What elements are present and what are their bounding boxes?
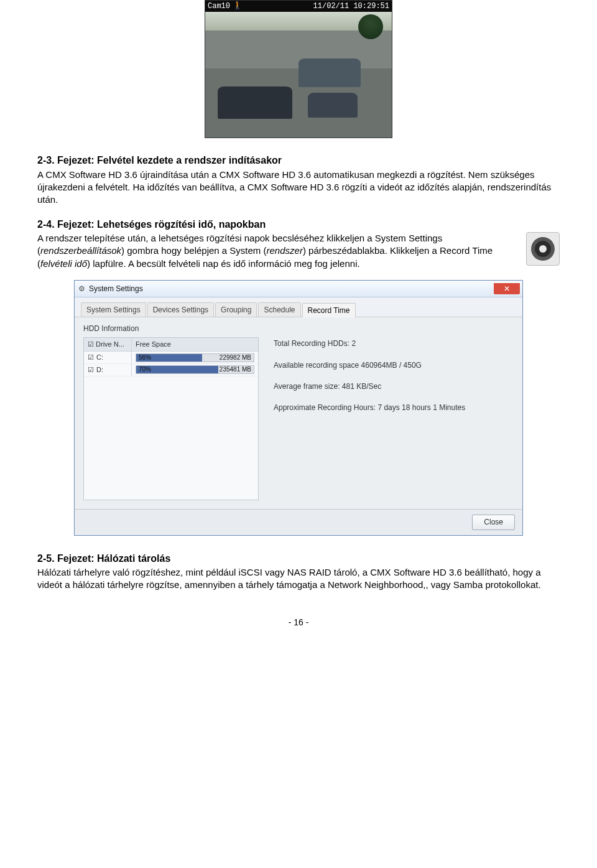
scene-car (298, 58, 361, 87)
scene-car (218, 86, 292, 119)
section-2-4-title: 2-4. Fejezet: Lehetséges rögzítési idő, … (37, 218, 560, 231)
recording-info: Total Recording HDDs: 2 Available record… (274, 337, 514, 500)
camera-frame: Cam10 🚶 11/02/11 10:29:51 (205, 0, 392, 138)
dialog-tabs: System Settings Devices Settings Groupin… (75, 297, 522, 317)
camera-scene (205, 12, 392, 138)
dialog-title: System Settings (89, 284, 143, 294)
camera-overlay-bar: Cam10 🚶 11/02/11 10:29:51 (205, 1, 392, 12)
camera-figure: Cam10 🚶 11/02/11 10:29:51 (37, 0, 560, 141)
tab-system-settings[interactable]: System Settings (81, 302, 146, 317)
scene-car (308, 93, 358, 118)
motion-person-icon: 🚶 (233, 1, 243, 12)
tab-devices-settings[interactable]: Devices Settings (147, 302, 214, 317)
close-button[interactable]: Close (472, 515, 515, 530)
page-number: - 16 - (37, 617, 560, 628)
system-settings-dialog: ⚙ System Settings ✕ System Settings Devi… (74, 280, 523, 536)
window-close-button[interactable]: ✕ (494, 283, 520, 294)
drive-checkbox[interactable]: ☑ (88, 353, 94, 362)
camera-label: Cam10 (208, 1, 230, 11)
tab-schedule[interactable]: Schedule (258, 302, 300, 317)
hdd-info-label: HDD Information (83, 324, 514, 334)
camera-timestamp: 11/02/11 10:29:51 (313, 1, 389, 11)
section-2-4-body: A rendszer telepítése után, a lehetséges… (37, 232, 517, 271)
header-checkbox[interactable]: ☑ (88, 340, 94, 348)
section-2-5-title: 2-5. Fejezet: Hálózati tárolás (37, 552, 560, 566)
info-avg-frame: Average frame size: 481 KB/Sec (274, 381, 514, 391)
info-total-hdds: Total Recording HDDs: 2 (274, 338, 514, 348)
drive-row: ☑C: 56% 229982 MB (84, 352, 258, 364)
section-2-3-body: A CMX Software HD 3.6 újraindítása után … (37, 169, 560, 207)
drives-table: ☑ Drive N... Free Space ☑C: 56% 229982 M… (83, 337, 259, 500)
section-2-3-title: 2-3. Fejezet: Felvétel kezdete a rendsze… (37, 154, 560, 167)
tab-record-time[interactable]: Record Time (302, 303, 356, 317)
tab-grouping[interactable]: Grouping (215, 302, 257, 317)
scene-tree (358, 14, 383, 39)
section-2-5-body: Hálózati tárhelyre való rögzítéshez, min… (37, 566, 560, 592)
free-space-bar: 56% 229982 MB (136, 353, 254, 362)
free-space-bar: 70% 235481 MB (136, 365, 254, 374)
info-approx-hours: Approximate Recording Hours: 7 days 18 h… (274, 403, 514, 413)
drive-checkbox[interactable]: ☑ (88, 365, 94, 375)
system-settings-icon (526, 232, 560, 266)
info-available-space: Available recording space 460964MB / 450… (274, 360, 514, 370)
drive-row: ☑D: 70% 235481 MB (84, 364, 258, 376)
gear-icon: ⚙ (78, 284, 85, 294)
dialog-titlebar: ⚙ System Settings ✕ (75, 281, 522, 297)
